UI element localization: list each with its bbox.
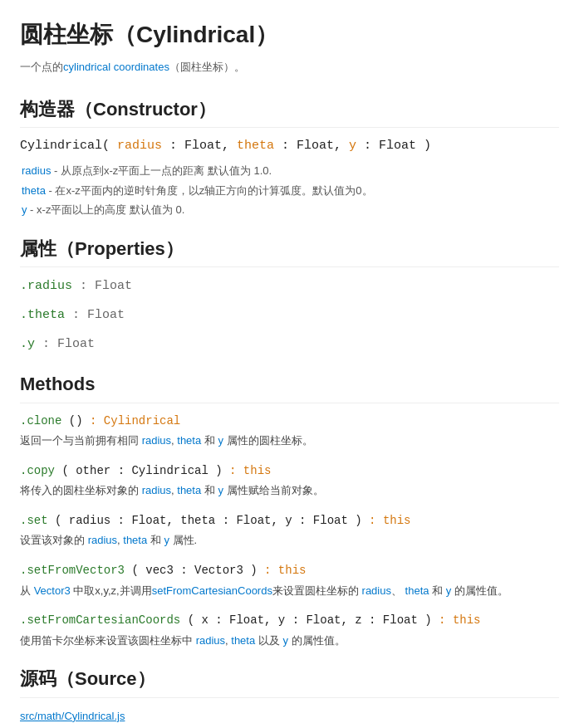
set-y-link[interactable]: y	[164, 534, 169, 546]
method-clone: .clone () : Cylindrical 返回一个与当前拥有相同 radi…	[20, 412, 559, 450]
constructor-signature: Cylindrical( radius : Float, theta : Flo…	[20, 136, 559, 156]
param-radius-link[interactable]: radius	[22, 164, 51, 177]
method-set: .set ( radius : Float, theta : Float, y …	[20, 511, 559, 550]
method-copy: .copy ( other : Cylindrical ) : this 将传入…	[20, 462, 559, 500]
constructor-param-radius-link[interactable]: radius	[110, 139, 162, 153]
copy-theta-link[interactable]: theta	[177, 484, 201, 496]
method-setfromvector3-link[interactable]: .setFromVector3	[20, 564, 125, 577]
property-theta: .theta : Float	[20, 305, 559, 325]
method-copy-desc: 将传入的圆柱坐标对象的 radius, theta 和 y 属性赋给当前对象。	[20, 482, 559, 500]
sfcc-radius-link[interactable]: radius	[196, 634, 225, 647]
sfv3-radius-link[interactable]: radius	[362, 584, 391, 597]
copy-y-link[interactable]: y	[218, 484, 223, 496]
page-title: 圆柱坐标（Cylindrical）	[20, 17, 559, 54]
set-radius-link[interactable]: radius	[88, 534, 117, 546]
properties-section-title: 属性（Properties）	[20, 234, 559, 267]
method-setfromvector3: .setFromVector3 ( vec3 : Vector3 ) : thi…	[20, 561, 559, 599]
constructor-name: Cylindrical(	[20, 139, 110, 153]
source-section-title: 源码（Source）	[20, 664, 559, 697]
page-subtitle: 一个点的cylindrical coordinates（圆柱坐标）。	[20, 59, 559, 76]
constructor-section-title: 构造器（Constructor）	[20, 95, 559, 128]
sfv3-y-link[interactable]: y	[446, 584, 452, 597]
method-clone-desc: 返回一个与当前拥有相同 radius, theta 和 y 属性的圆柱坐标。	[20, 432, 559, 450]
property-y-link[interactable]: .y	[20, 337, 35, 351]
sfv3-vector3-link[interactable]: Vector3	[34, 584, 71, 597]
property-radius: .radius : Float	[20, 276, 559, 296]
method-sfcc-desc: 使用笛卡尔坐标来设置该圆柱坐标中 radius, theta 以及 y 的属性值…	[20, 633, 559, 650]
property-y: .y : Float	[20, 334, 559, 354]
property-theta-link[interactable]: .theta	[20, 308, 65, 322]
method-sfcc-link[interactable]: .setFromCartesianCoords	[20, 613, 180, 627]
constructor-param-theta-link[interactable]: theta	[237, 139, 274, 153]
subtitle-link[interactable]: cylindrical coordinates	[63, 61, 169, 73]
param-desc-theta: theta - 在x-z平面内的逆时针角度，以z轴正方向的计算弧度。默认值为0。	[20, 183, 559, 200]
clone-y-link[interactable]: y	[218, 434, 223, 447]
property-radius-link[interactable]: .radius	[20, 279, 72, 293]
method-clone-link[interactable]: .clone	[20, 414, 61, 428]
sfv3-sfcc-link[interactable]: setFromCartesianCoords	[152, 584, 272, 597]
param-theta-link[interactable]: theta	[22, 184, 46, 197]
constructor-param-y-link[interactable]: y	[349, 139, 356, 153]
method-setfromcartesiancoords: .setFromCartesianCoords ( x : Float, y :…	[20, 611, 559, 649]
methods-section-title: Methods	[20, 369, 559, 403]
method-setfromvector3-desc: 从 Vector3 中取x,y,z,并调用setFromCartesianCoo…	[20, 583, 559, 600]
subtitle-link2: （圆柱坐标）	[169, 61, 234, 73]
source-file-link[interactable]: src/math/Cylindrical.js	[20, 710, 125, 722]
copy-radius-link[interactable]: radius	[142, 484, 171, 496]
sfcc-y-link[interactable]: y	[282, 634, 288, 647]
sfcc-theta-link[interactable]: theta	[231, 634, 255, 647]
param-desc-y: y - x-z平面以上的高度 默认值为 0.	[20, 202, 559, 219]
subtitle-text: 一个点的	[20, 61, 63, 73]
sfv3-theta-link[interactable]: theta	[405, 584, 429, 597]
set-theta-link[interactable]: theta	[123, 534, 147, 546]
method-set-link[interactable]: .set	[20, 514, 48, 527]
method-copy-link[interactable]: .copy	[20, 464, 55, 477]
param-desc-radius: radius - 从原点到x-z平面上一点的距离 默认值为 1.0.	[20, 163, 559, 180]
method-set-desc: 设置该对象的 radius, theta 和 y 属性.	[20, 532, 559, 550]
clone-radius-link[interactable]: radius	[142, 434, 171, 447]
clone-theta-link[interactable]: theta	[177, 434, 201, 447]
